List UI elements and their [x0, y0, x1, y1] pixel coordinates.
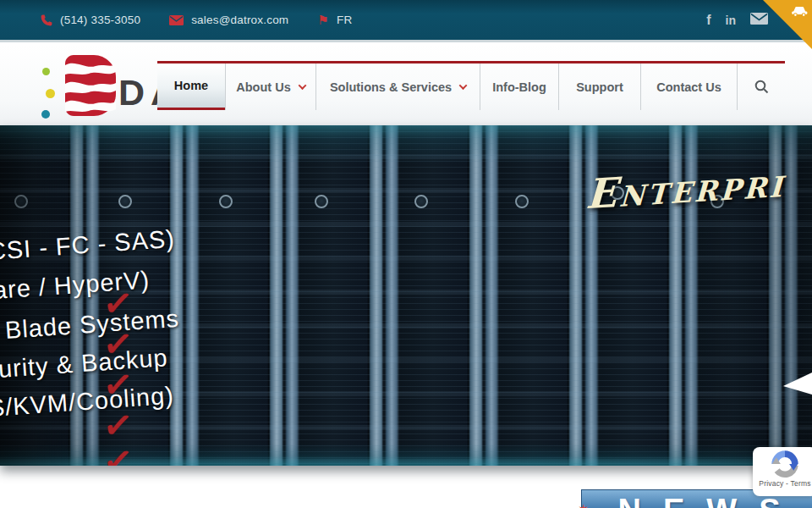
logo-dots [37, 57, 56, 116]
hero-line: Blade Systems [4, 305, 180, 345]
email-address: sales@datrox.com [191, 14, 288, 26]
star-icon: ✶ [578, 501, 589, 508]
nav-label: Contact Us [656, 80, 721, 94]
hero-slider: Enterpri CSI - FC - SAS) are / HyperV) B… [0, 125, 812, 466]
main-header: DA Home About Us Solutions & Services In… [0, 45, 812, 125]
hero-line: urity & Backup [0, 344, 169, 384]
nav-label: Info-Blog [492, 80, 546, 94]
email-icon [169, 15, 184, 25]
check-icon: ✓ [102, 281, 135, 325]
search-button[interactable] [737, 64, 785, 110]
logo[interactable]: DA [37, 49, 56, 124]
check-icon: ✓ [102, 322, 135, 366]
flag-icon: ⚑ [317, 14, 329, 26]
nav-item-info-blog[interactable]: Info-Blog [480, 64, 558, 110]
nav-item-about-us[interactable]: About Us [225, 64, 315, 110]
hero-text-lines: CSI - FC - SAS) are / HyperV) Blade Syst… [0, 125, 812, 466]
language-label: FR [337, 14, 352, 26]
nav-label: Home [174, 79, 208, 92]
phone-link[interactable]: (514) 335-3050 [41, 14, 140, 26]
recaptcha-icon [771, 450, 799, 478]
topbar: (514) 335-3050 sales@datrox.com ⚑ FR f i… [0, 0, 812, 42]
linkedin-icon[interactable]: in [726, 14, 736, 26]
facebook-icon[interactable]: f [706, 14, 710, 27]
nav-item-contact-us[interactable]: Contact Us [640, 64, 737, 110]
phone-number: (514) 335-3050 [60, 14, 140, 26]
check-icon: ✓ [102, 362, 135, 406]
chevron-down-icon [459, 81, 468, 90]
language-toggle[interactable]: ⚑ FR [317, 14, 352, 26]
main-nav: Home About Us Solutions & Services Info-… [157, 61, 785, 110]
nav-item-support[interactable]: Support [558, 64, 640, 110]
hero-line: CSI - FC - SAS) [0, 225, 176, 266]
email-link[interactable]: sales@datrox.com [169, 14, 288, 26]
phone-icon [41, 14, 52, 26]
topbar-contact-group: (514) 335-3050 sales@datrox.com ⚑ FR [0, 14, 352, 26]
nav-label: Solutions & Services [330, 80, 452, 94]
social-links: f in [706, 0, 768, 40]
chevron-down-icon [298, 81, 306, 90]
logo-dot-green [42, 68, 50, 75]
page: (514) 335-3050 sales@datrox.com ⚑ FR f i… [0, 0, 812, 508]
car-icon [791, 5, 809, 20]
nav-label: Support [576, 80, 623, 94]
recaptcha-badge[interactable]: Privacy - Terms [753, 447, 812, 496]
recaptcha-privacy-terms[interactable]: Privacy - Terms [759, 479, 810, 488]
hero-line: S/KVM/Cooling) [0, 382, 175, 422]
logo-dot-yellow [46, 89, 55, 98]
nav-item-home[interactable]: Home [157, 64, 225, 110]
nav-item-solutions-services[interactable]: Solutions & Services [315, 64, 480, 110]
check-icon: ✓ [102, 439, 135, 466]
news-title: NEWS [618, 494, 803, 508]
cart-ribbon[interactable] [763, 0, 812, 49]
logo-mark [65, 55, 116, 116]
nav-label: About Us [236, 80, 290, 94]
logo-dot-teal [41, 110, 50, 119]
search-icon [754, 80, 769, 94]
